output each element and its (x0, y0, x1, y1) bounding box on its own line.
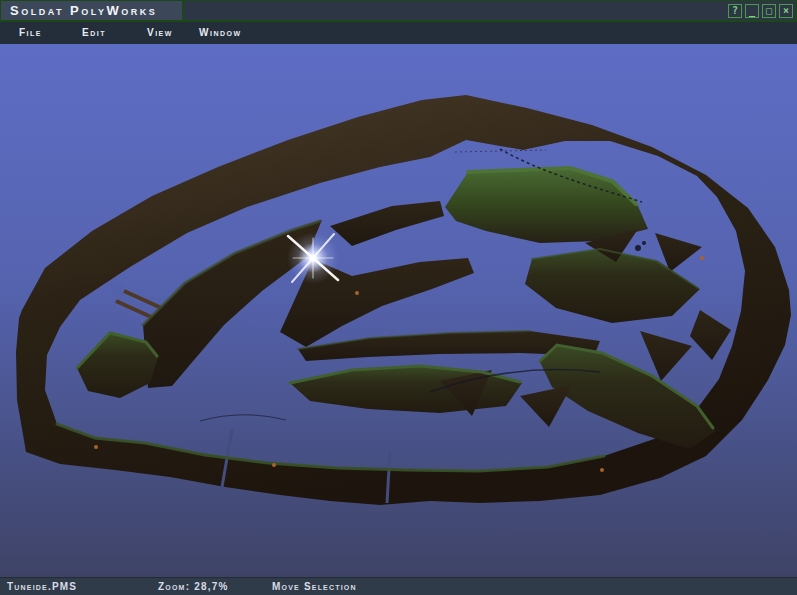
minimize-button[interactable]: _ (745, 4, 759, 18)
app-title: Soldat PolyWorks (1, 1, 182, 20)
title-segment: Soldat PolyWorks (1, 1, 184, 20)
help-button[interactable]: ? (728, 4, 742, 18)
menu-view[interactable]: View (147, 22, 173, 44)
status-filename: Tuneide.PMS (7, 578, 77, 595)
menu-window[interactable]: Window (199, 22, 242, 44)
polyworks-window: Soldat PolyWorks ? _ □ × File Edit View … (0, 0, 797, 595)
status-zoom-level: Zoom: 28,7% (158, 578, 229, 595)
menu-edit[interactable]: Edit (82, 22, 106, 44)
map-render[interactable] (0, 44, 797, 577)
status-active-tool: Move Selection (272, 578, 357, 595)
tree-scenery (635, 241, 646, 251)
title-bar[interactable]: Soldat PolyWorks ? _ □ × (0, 0, 797, 22)
light-flare-icon (287, 232, 339, 284)
maximize-button[interactable]: □ (762, 4, 776, 18)
map-canvas[interactable] (0, 44, 797, 577)
menu-file[interactable]: File (19, 22, 42, 44)
menu-bar: File Edit View Window (0, 22, 797, 44)
status-bar: Tuneide.PMS Zoom: 28,7% Move Selection (0, 577, 797, 595)
window-controls: ? _ □ × (728, 2, 793, 19)
close-button[interactable]: × (779, 4, 793, 18)
